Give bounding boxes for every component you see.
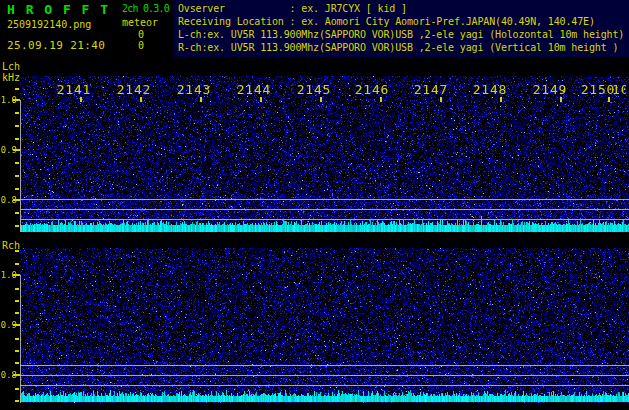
rch-panel-label: Rch <box>2 240 20 251</box>
freq-tick-minor-lch <box>15 175 19 177</box>
rch-spectrogram <box>20 248 629 403</box>
meteor-counter-label: meteor <box>122 17 158 28</box>
freq-tick-minor-lch <box>15 225 19 227</box>
freq-tick-label-lch: 0.9 <box>0 145 17 155</box>
app-title: H R O F F T <box>7 2 110 17</box>
freq-tick-minor-rch <box>15 338 19 340</box>
output-filename: 2509192140.png <box>7 19 91 30</box>
freq-tick-major-rch <box>13 324 20 326</box>
freq-tick-minor-lch <box>15 112 19 114</box>
lch-spectrogram <box>20 76 629 232</box>
freq-tick-minor-lch <box>15 138 19 140</box>
lch-panel-label: Lch <box>2 61 20 72</box>
freq-tick-label-rch: 0.9 <box>0 320 17 330</box>
lch-receiver-line: L-ch:ex. UV5R 113.900Mhz(SAPPORO VOR)USB… <box>178 28 629 41</box>
hrofft-screen: H R O F F T 2ch 0.3.0 2509192140.png met… <box>0 0 629 410</box>
freq-tick-label-rch: 0.8 <box>0 370 17 380</box>
datetime-stamp: 25.09.19 21:40 <box>7 39 105 52</box>
observer-line: Ovserver : ex. JR7CYX [ kid ] <box>178 2 629 15</box>
freq-tick-minor-lch <box>15 162 19 164</box>
freq-tick-minor-rch <box>15 300 19 302</box>
meteor-count-lch: 0 <box>128 29 144 40</box>
freq-tick-minor-rch <box>15 350 19 352</box>
freq-tick-minor-lch <box>15 88 19 90</box>
freq-tick-minor-lch <box>15 212 19 214</box>
freq-tick-major-lch <box>13 149 20 151</box>
freq-tick-label-lch: 0.8 <box>0 195 17 205</box>
app-version: 2ch 0.3.0 <box>122 3 169 14</box>
meteor-count-rch: 0 <box>128 40 144 51</box>
freq-tick-major-rch <box>13 274 20 276</box>
freq-tick-minor-rch <box>15 362 19 364</box>
freq-tick-minor-lch <box>15 125 19 127</box>
freq-tick-minor-lch <box>15 188 19 190</box>
observation-info-header: Ovserver : ex. JR7CYX [ kid ] Receiving … <box>173 0 629 57</box>
freq-tick-major-rch <box>13 374 20 376</box>
freq-tick-minor-rch <box>15 400 19 402</box>
freq-tick-label-lch: 1.0 <box>0 95 17 105</box>
freq-tick-minor-rch <box>15 388 19 390</box>
freq-tick-minor-rch <box>15 263 19 265</box>
freq-tick-label-rch: 1.0 <box>0 270 17 280</box>
freq-tick-minor-rch <box>15 312 19 314</box>
freq-tick-major-lch <box>13 99 20 101</box>
freq-tick-minor-rch <box>15 288 19 290</box>
location-line: Receiving Location : ex. Aomori City Aom… <box>178 15 629 28</box>
rch-receiver-line: R-ch:ex. UV5R 113.900Mhz(SAPPORO VOR)USB… <box>178 41 629 54</box>
freq-unit-label: kHz <box>2 72 20 83</box>
freq-tick-major-lch <box>13 199 20 201</box>
